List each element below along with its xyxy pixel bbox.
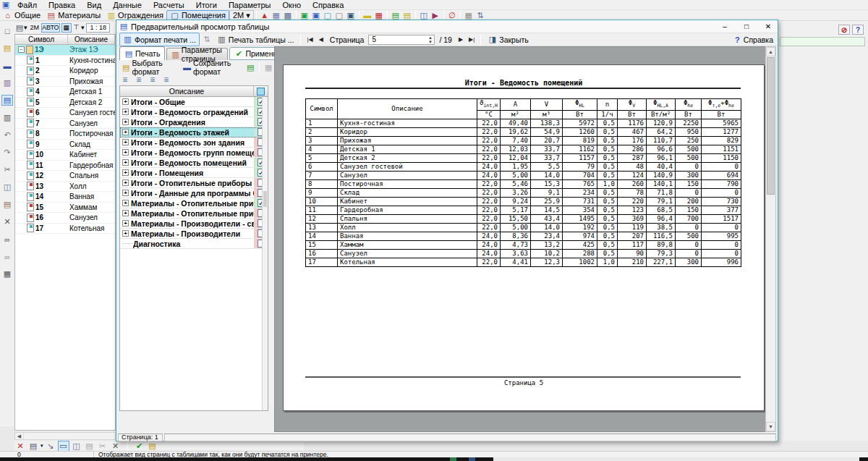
open-folder-icon[interactable]: ▤ <box>1 43 13 54</box>
calculator-icon[interactable]: ▦ <box>1 268 13 279</box>
menu-Окно[interactable]: Окно <box>277 0 307 10</box>
print-item-row[interactable]: +Итоги - Ведомость этажей <box>120 127 268 138</box>
scale-value[interactable]: 1 : 18 <box>86 23 110 33</box>
tree-row-room[interactable]: 8Постирочная <box>15 129 115 140</box>
expand-all-icon[interactable]: ≣ <box>119 75 131 85</box>
print-item-row[interactable]: +Итоги - Ограждения✓ <box>120 117 268 127</box>
expand-icon[interactable]: + <box>122 169 129 176</box>
next-page-button[interactable]: ▶ <box>456 36 465 43</box>
tree-row-room[interactable]: 13Холл <box>15 182 115 193</box>
tree-row-room[interactable]: 11Гардеробная <box>15 161 115 172</box>
dialog-titlebar[interactable]: ▤ Предварительный просмотр таблицы – □ ✕ <box>116 20 778 33</box>
calculator-toggle[interactable]: ▦ <box>61 23 72 33</box>
print-item-row[interactable]: Диагностика <box>120 239 268 249</box>
cut-icon[interactable]: ✂ <box>97 441 109 452</box>
print-item-row[interactable]: +Итоги - Помещения✓ <box>120 168 268 178</box>
print-item-row[interactable]: +Итоги - Ведомость ограждений✓ <box>120 107 268 117</box>
find-next-icon[interactable]: ∞ <box>1 251 13 262</box>
page-spinner[interactable]: ▲▼ <box>426 35 434 44</box>
paste-icon[interactable]: ▤ <box>84 441 95 452</box>
menu-Правка[interactable]: Правка <box>43 0 81 10</box>
print-icon[interactable]: ▥ <box>1 112 13 123</box>
collapse-icon[interactable]: − <box>18 46 25 53</box>
page-number-input[interactable]: 5 ▲▼ <box>368 35 435 45</box>
page-combo-icon[interactable]: ▤ <box>27 441 39 452</box>
preview-vertical-scrollbar[interactable]: ▲ ▼ <box>765 46 776 432</box>
print-item-row[interactable]: +Материалы - Производители - сводная таб… <box>120 219 268 229</box>
toolbar-button-Материалы[interactable]: ▤Материалы <box>43 10 103 21</box>
delete-icon[interactable]: ✕ <box>1 216 13 227</box>
expand-branch-icon[interactable]: ≣ <box>147 75 158 85</box>
print-format-button[interactable]: ▥ Формат печати ... <box>119 33 200 46</box>
help-button[interactable]: ? Справка <box>731 33 776 46</box>
menu-Данные[interactable]: Данные <box>107 0 148 10</box>
print-table-button[interactable]: ▥ Печать таблицы ... <box>214 33 297 46</box>
open-folder-icon[interactable]: ▤ <box>147 441 158 452</box>
list-scrollbar[interactable] <box>262 97 268 410</box>
print-preview-icon[interactable]: ▤ <box>1 95 13 106</box>
tree-row-room[interactable]: 10Кабинет <box>15 150 115 161</box>
first-page-button[interactable]: |◀ <box>305 36 315 43</box>
combo-arrow-icon[interactable]: ▾ <box>41 443 43 449</box>
zoom-2m-button[interactable]: 2М <box>30 23 41 33</box>
expand-icon[interactable]: + <box>122 149 129 156</box>
tree-header-description[interactable]: Описание <box>68 35 115 44</box>
expand-icon[interactable]: + <box>122 200 129 206</box>
tree-row-room[interactable]: 14Ванная <box>15 192 115 203</box>
menu-Итоги[interactable]: Итоги <box>190 0 223 10</box>
tree-row-floor[interactable]: −1ЭЭтаж 1Э <box>15 45 115 56</box>
menu-Справка[interactable]: Справка <box>307 0 349 10</box>
tree-row-room[interactable]: 2Коридор <box>15 66 115 77</box>
print-item-row[interactable]: +Итоги - Ведомость помещений✓ <box>120 158 268 168</box>
print-item-row[interactable]: +Итоги - Ведомость групп помещений <box>120 148 268 158</box>
tree-row-room[interactable]: 5Детская 2 <box>15 98 115 109</box>
list-header-description[interactable]: Описание <box>120 86 254 96</box>
print-format-icon[interactable]: ▥ <box>1 77 13 88</box>
menu-Файл[interactable]: Файл <box>12 0 43 10</box>
fit-page-icon[interactable]: ▭ <box>58 441 69 452</box>
new-document-icon[interactable]: □ <box>1 25 13 36</box>
print-item-row[interactable]: +Материалы - Отопительные приборы <box>120 208 268 219</box>
expand-icon[interactable]: + <box>122 190 129 196</box>
expand-icon[interactable]: + <box>122 119 129 125</box>
tree-row-room[interactable]: 1Кухня-гостиная <box>15 56 115 67</box>
expand-icon[interactable]: + <box>122 109 129 115</box>
toolbar-button-Общие[interactable]: ⌂Общие <box>0 10 43 21</box>
expand-icon[interactable]: + <box>122 139 129 145</box>
minimize-button[interactable]: – <box>715 20 734 33</box>
page-view-combo[interactable]: ▤▾ <box>14 23 28 33</box>
expand-icon[interactable]: + <box>122 230 129 237</box>
apply-check-icon[interactable]: ✔ <box>134 441 145 452</box>
print-item-row[interactable]: +Материалы - Производители <box>120 229 268 239</box>
tree-row-room[interactable]: 4Детская 1 <box>15 87 115 98</box>
collapse-branch-icon[interactable]: ≣ <box>161 75 172 85</box>
print-item-row[interactable]: +Итоги - Ведомость зон здания <box>120 138 268 148</box>
expand-icon[interactable]: + <box>122 159 129 166</box>
redo-icon[interactable]: ↷ <box>1 147 13 158</box>
scrollbar-thumb[interactable] <box>767 57 775 195</box>
auto-scale-button[interactable]: АВТО <box>41 23 60 33</box>
print-item-row[interactable]: +Итоги - Общие✓ <box>120 97 268 107</box>
maximize-button[interactable]: □ <box>737 20 756 33</box>
copy-icon[interactable]: ◫ <box>1 182 13 193</box>
prohibit-icon[interactable]: ⊘ <box>838 25 850 35</box>
cut-icon[interactable]: ✂ <box>1 164 13 175</box>
expand-icon[interactable]: + <box>122 220 129 227</box>
copy-icon[interactable]: ◫ <box>71 441 82 452</box>
close-icon[interactable]: ✕ <box>110 441 122 452</box>
menu-Параметры[interactable]: Параметры <box>223 0 277 10</box>
menu-Расчеты[interactable]: Расчеты <box>148 0 190 10</box>
save-icon[interactable]: ▬ <box>1 60 13 71</box>
collapse-all-icon[interactable]: ≣ <box>133 75 145 85</box>
tree-row-room[interactable]: 7Санузел <box>15 119 115 130</box>
print-item-row[interactable]: +Материалы - Отопительные приборы - свод… <box>120 198 268 208</box>
last-page-button[interactable]: ▶| <box>467 36 477 43</box>
undo-icon[interactable]: ↶ <box>1 130 13 140</box>
tree-row-room[interactable]: 9Склад <box>15 140 115 151</box>
scroll-up-icon[interactable]: ▲ <box>766 47 775 56</box>
expand-icon[interactable]: + <box>122 98 129 105</box>
ruler-combo[interactable]: ⊤ ▾ <box>73 23 85 33</box>
tree-header-symbol[interactable]: Символ <box>15 35 68 44</box>
expand-icon[interactable]: + <box>122 210 129 216</box>
scroll-down-icon[interactable]: ▼ <box>766 422 775 431</box>
